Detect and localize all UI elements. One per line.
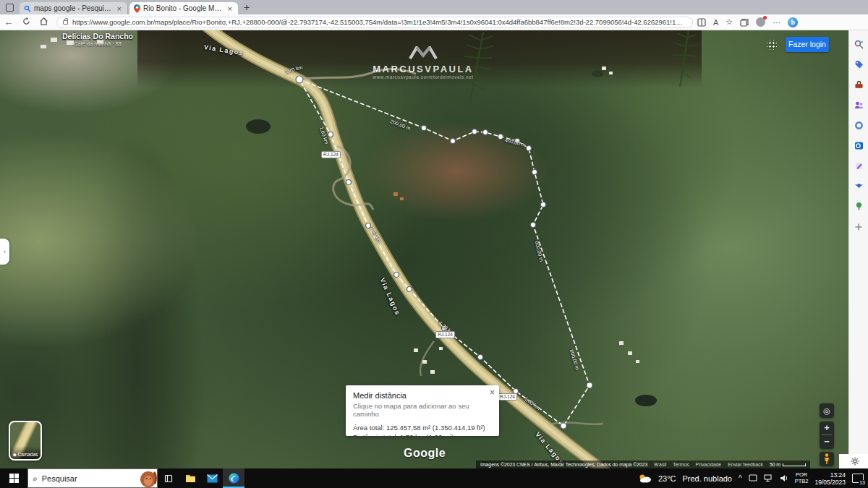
sidebar-tree-icon[interactable] bbox=[854, 201, 864, 212]
search-highlight-orangutan-image bbox=[132, 469, 157, 488]
favorites-star-icon[interactable]: ☆ bbox=[726, 17, 733, 27]
route-badge: RJ-124 bbox=[498, 393, 517, 401]
mail-button[interactable] bbox=[201, 468, 223, 488]
taskbar-clock[interactable]: 13:2419/05/2023 bbox=[814, 471, 846, 486]
measure-area-total: Área total: 125.457,58 m² (1.350.414,19 … bbox=[353, 424, 492, 432]
read-aloud-icon[interactable]: A bbox=[713, 18, 718, 27]
route-badge: RJ-124 bbox=[435, 331, 455, 338]
measure-distance-total: Distância total: 1,70 km (1,06 mi) bbox=[353, 433, 492, 441]
place-label[interactable]: Delicias Do Rancho Café da manhã · $$ bbox=[51, 32, 145, 47]
lock-icon bbox=[63, 20, 68, 25]
sidebar-settings-box bbox=[839, 454, 868, 468]
attribution-link-feedback[interactable]: Enviar feedback bbox=[728, 462, 763, 467]
sign-in-button[interactable]: Fazer login bbox=[786, 37, 829, 52]
attribution-link-privacy[interactable]: Privacidade bbox=[696, 462, 722, 467]
close-icon[interactable]: × bbox=[490, 388, 495, 397]
watermark-brand: MARCUSVPAULA bbox=[347, 64, 499, 74]
tab-title: Rio Bonito - Google Maps bbox=[143, 4, 224, 12]
sidebar-add-icon[interactable] bbox=[854, 221, 864, 232]
sidebar-toolbox-icon[interactable] bbox=[854, 80, 864, 90]
side-panel-expand-button[interactable]: › bbox=[0, 239, 9, 265]
profile-avatar[interactable] bbox=[756, 17, 765, 27]
layers-button[interactable]: ◆ Camadas bbox=[9, 421, 42, 461]
tab-title: maps google - Pesquisar bbox=[34, 4, 113, 12]
home-icon[interactable] bbox=[35, 17, 52, 27]
tray-chevron-icon[interactable]: ^ bbox=[739, 474, 742, 482]
windows-logo-icon bbox=[9, 474, 19, 483]
search-placeholder: Pesquisar bbox=[42, 474, 77, 483]
windows-taskbar: ⌕ Pesquisar 23°C Pred. nublado ^ PORPTB2… bbox=[0, 468, 868, 488]
zoom-control: + − bbox=[820, 421, 834, 449]
sidebar-notes-icon[interactable] bbox=[854, 160, 864, 171]
browser-tab-maps[interactable]: Rio Bonito - Google Maps × bbox=[129, 2, 238, 14]
measure-title: Medir distância bbox=[353, 391, 492, 400]
sidebar-outlook-icon[interactable] bbox=[854, 140, 864, 151]
url-text: https://www.google.com.br/maps/place/Rio… bbox=[72, 18, 686, 26]
pegman-streetview-button[interactable] bbox=[820, 452, 834, 466]
toolbar-actions: A ☆ ··· b bbox=[697, 17, 798, 27]
tray-device-icon[interactable] bbox=[749, 474, 757, 482]
split-screen-icon[interactable] bbox=[697, 18, 706, 27]
watermark-site: www.marcusvpaula.corretordeimoveis.net bbox=[347, 74, 499, 80]
edge-browser-button[interactable] bbox=[223, 468, 244, 488]
zoom-in-button[interactable]: + bbox=[820, 421, 834, 435]
task-view-button[interactable] bbox=[158, 468, 179, 488]
collections-icon[interactable] bbox=[740, 18, 749, 27]
measure-hint: Clique no mapa para adicionar ao seu cam… bbox=[353, 402, 492, 418]
new-tab-button[interactable]: + bbox=[244, 1, 250, 13]
taskbar-search-box[interactable]: ⌕ Pesquisar bbox=[27, 468, 158, 488]
search-favicon-icon bbox=[24, 5, 31, 12]
browser-toolbar: ← https://www.google.com.br/maps/place/R… bbox=[0, 14, 868, 30]
google-apps-grid-icon[interactable] bbox=[767, 40, 777, 50]
weather-icon[interactable] bbox=[639, 474, 652, 483]
desktop: maps google - Pesquisar × Rio Bonito - G… bbox=[0, 0, 868, 488]
my-location-button[interactable]: ◎ bbox=[820, 403, 834, 418]
weather-temp[interactable]: 23°C bbox=[658, 474, 676, 483]
back-icon[interactable]: ← bbox=[0, 17, 17, 27]
search-icon: ⌕ bbox=[33, 474, 38, 484]
bing-chat-icon[interactable]: b bbox=[788, 17, 798, 27]
watermark-logo-icon bbox=[409, 46, 438, 59]
sidebar-shopping-icon[interactable] bbox=[854, 59, 864, 70]
more-menu-icon[interactable]: ··· bbox=[773, 18, 780, 27]
pegman-icon bbox=[823, 453, 830, 465]
volume-icon[interactable] bbox=[780, 474, 788, 482]
system-tray: 23°C Pred. nublado ^ PORPTB2 13:2419/05/… bbox=[639, 471, 868, 486]
imagery-credit: Imagens ©2023 CNES / Airbus, Maxar Techn… bbox=[480, 462, 647, 467]
attribution-link-terms[interactable]: Termos bbox=[673, 462, 689, 467]
tab-close-icon[interactable]: × bbox=[116, 4, 123, 13]
start-button[interactable] bbox=[0, 468, 27, 488]
map-scale: 50 m bbox=[770, 462, 806, 467]
sidebar-ring-icon[interactable] bbox=[854, 120, 864, 131]
address-bar[interactable]: https://www.google.com.br/maps/place/Rio… bbox=[56, 17, 693, 28]
map-attribution: Imagens ©2023 CNES / Airbus, Maxar Techn… bbox=[476, 461, 810, 468]
attribution-link-brasil[interactable]: Brasil bbox=[654, 462, 666, 467]
place-subtitle: Café da manhã · $$ bbox=[51, 40, 145, 47]
network-icon[interactable] bbox=[764, 474, 773, 482]
weather-condition[interactable]: Pred. nublado bbox=[682, 474, 732, 483]
language-indicator[interactable]: PORPTB2 bbox=[795, 472, 809, 484]
gear-icon[interactable] bbox=[851, 457, 859, 466]
sidebar-wing-icon[interactable] bbox=[854, 181, 864, 192]
map-canvas[interactable]: 200,00 m 400,00 m 600,00 m 800,00 m 1,00… bbox=[0, 30, 848, 468]
realtor-watermark: MARCUSVPAULA www.marcusvpaula.corretorde… bbox=[347, 46, 499, 80]
maps-pin-favicon-icon bbox=[134, 4, 140, 13]
place-name: Delicias Do Rancho bbox=[51, 32, 145, 40]
route-badge: RJ-124 bbox=[321, 151, 341, 158]
browser-tab-strip: maps google - Pesquisar × Rio Bonito - G… bbox=[0, 0, 868, 14]
tab-close-icon[interactable]: × bbox=[226, 4, 234, 13]
sidebar-people-icon[interactable] bbox=[854, 100, 864, 111]
notification-badge: 13 bbox=[859, 480, 866, 485]
zoom-out-button[interactable]: − bbox=[820, 435, 834, 448]
tab-workspaces-icon[interactable] bbox=[6, 4, 14, 12]
action-center-icon[interactable]: 13 bbox=[852, 474, 864, 483]
refresh-icon[interactable] bbox=[17, 17, 35, 27]
scale-bar bbox=[783, 463, 806, 466]
measure-distance-panel: × Medir distância Clique no mapa para ad… bbox=[346, 385, 499, 436]
edge-sidebar bbox=[848, 30, 868, 468]
sidebar-search-icon[interactable] bbox=[854, 39, 864, 50]
google-logo[interactable]: Google bbox=[404, 447, 446, 460]
file-explorer-button[interactable] bbox=[179, 468, 201, 488]
layers-label: ◆ Camadas bbox=[10, 446, 41, 459]
browser-tab-search[interactable]: maps google - Pesquisar × bbox=[20, 2, 128, 14]
